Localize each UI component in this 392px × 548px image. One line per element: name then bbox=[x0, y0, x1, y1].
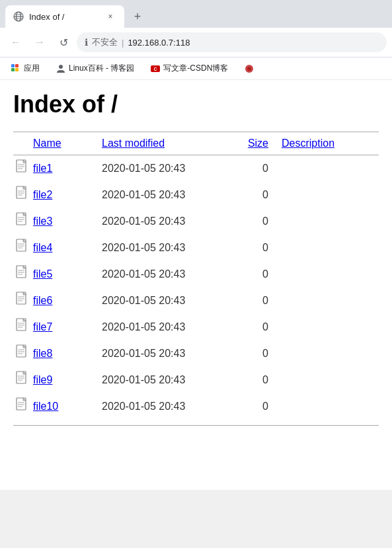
file-size-cell: 0 bbox=[231, 393, 271, 420]
file-description-cell bbox=[271, 155, 379, 182]
forward-button[interactable]: → bbox=[29, 32, 50, 53]
file-icon bbox=[16, 318, 29, 336]
file-link[interactable]: file1 bbox=[33, 163, 52, 175]
extra-icon bbox=[244, 63, 255, 74]
col-header-name[interactable]: Name bbox=[13, 132, 99, 155]
bookmark-extra[interactable] bbox=[239, 61, 260, 77]
file-size-cell: 0 bbox=[231, 288, 271, 314]
file-link[interactable]: file5 bbox=[33, 268, 52, 280]
url-display: 192.168.0.7:118 bbox=[128, 38, 190, 48]
file-name-cell: file9 bbox=[13, 367, 99, 393]
table-header-row: Name Last modified Size Description bbox=[13, 132, 379, 155]
file-modified-cell: 2020-01-05 20:43 bbox=[99, 208, 231, 235]
file-link[interactable]: file6 bbox=[33, 295, 52, 307]
file-modified-cell: 2020-01-05 20:43 bbox=[99, 235, 231, 261]
active-tab[interactable]: Index of / × bbox=[5, 5, 124, 28]
file-modified-cell: 2020-01-05 20:43 bbox=[99, 314, 231, 340]
bookmark-apps-label: 应用 bbox=[24, 63, 40, 74]
file-description-cell bbox=[271, 393, 379, 420]
file-link[interactable]: file8 bbox=[33, 348, 52, 360]
file-name-cell: file5 bbox=[13, 261, 99, 288]
file-name-cell: file3 bbox=[13, 208, 99, 235]
apps-grid-icon bbox=[11, 63, 21, 74]
browser-chrome: Index of / × + ← → ↺ ℹ 不安全 | 192.168.0.7… bbox=[0, 0, 392, 80]
bookmark-linux-label: Linux百科 - 博客园 bbox=[69, 63, 134, 74]
bookmark-csdn-label: 写文章-CSDN博客 bbox=[163, 63, 228, 74]
file-modified-cell: 2020-01-05 20:43 bbox=[99, 155, 231, 182]
file-icon bbox=[16, 159, 29, 178]
file-name-cell: file1 bbox=[13, 155, 99, 182]
bookmark-csdn[interactable]: C 写文章-CSDN博客 bbox=[145, 60, 233, 77]
file-modified-cell: 2020-01-05 20:43 bbox=[99, 182, 231, 208]
nav-bar: ← → ↺ ℹ 不安全 | 192.168.0.7:118 bbox=[0, 28, 392, 58]
col-header-modified[interactable]: Last modified bbox=[99, 132, 231, 155]
file-modified-cell: 2020-01-05 20:43 bbox=[99, 288, 231, 314]
svg-rect-7 bbox=[11, 68, 15, 71]
file-modified-cell: 2020-01-05 20:43 bbox=[99, 367, 231, 393]
table-row: file82020-01-05 20:430 bbox=[13, 340, 379, 367]
file-listing-table: Name Last modified Size Description file… bbox=[13, 132, 379, 420]
file-size-cell: 0 bbox=[231, 208, 271, 235]
reload-button[interactable]: ↺ bbox=[53, 32, 74, 53]
file-description-cell bbox=[271, 261, 379, 288]
svg-rect-5 bbox=[11, 64, 15, 67]
file-modified-cell: 2020-01-05 20:43 bbox=[99, 261, 231, 288]
file-size-cell: 0 bbox=[231, 367, 271, 393]
table-row: file12020-01-05 20:430 bbox=[13, 155, 379, 182]
file-icon bbox=[16, 397, 29, 416]
tab-title: Index of / bbox=[29, 12, 64, 22]
insecure-label: 不安全 bbox=[92, 36, 118, 48]
file-icon bbox=[16, 371, 29, 389]
file-link[interactable]: file10 bbox=[33, 401, 58, 412]
file-description-cell bbox=[271, 235, 379, 261]
file-link[interactable]: file7 bbox=[33, 321, 52, 333]
col-header-size[interactable]: Size bbox=[231, 132, 271, 155]
new-tab-button[interactable]: + bbox=[127, 6, 148, 27]
file-icon bbox=[16, 212, 29, 231]
file-link[interactable]: file3 bbox=[33, 215, 52, 227]
file-link[interactable]: file4 bbox=[33, 242, 52, 254]
bookmarks-bar: 应用 Linux百科 - 博客园 C 写文章-CSDN博客 bbox=[0, 58, 392, 80]
file-name-cell: file6 bbox=[13, 288, 99, 314]
file-icon bbox=[16, 344, 29, 363]
file-size-cell: 0 bbox=[231, 314, 271, 340]
back-button[interactable]: ← bbox=[5, 32, 26, 53]
bookmark-apps[interactable]: 应用 bbox=[5, 60, 45, 77]
file-name-cell: file8 bbox=[13, 340, 99, 367]
bookmark-linux[interactable]: Linux百科 - 博客园 bbox=[50, 60, 139, 77]
col-header-description[interactable]: Description bbox=[271, 132, 379, 155]
svg-point-13 bbox=[247, 67, 251, 71]
file-modified-cell: 2020-01-05 20:43 bbox=[99, 393, 231, 420]
table-row: file32020-01-05 20:430 bbox=[13, 208, 379, 235]
linux-person-icon bbox=[56, 63, 66, 74]
file-size-cell: 0 bbox=[231, 340, 271, 367]
address-bar[interactable]: ℹ 不安全 | 192.168.0.7:118 bbox=[77, 32, 387, 52]
file-size-cell: 0 bbox=[231, 182, 271, 208]
file-description-cell bbox=[271, 367, 379, 393]
file-description-cell bbox=[271, 288, 379, 314]
file-description-cell bbox=[271, 314, 379, 340]
page-content: Index of / Name Last modified Size Descr… bbox=[0, 80, 392, 490]
file-icon bbox=[16, 239, 29, 257]
table-row: file102020-01-05 20:430 bbox=[13, 393, 379, 420]
file-link[interactable]: file9 bbox=[33, 374, 52, 386]
file-size-cell: 0 bbox=[231, 235, 271, 261]
table-row: file42020-01-05 20:430 bbox=[13, 235, 379, 261]
file-name-cell: file10 bbox=[13, 393, 99, 420]
csdn-icon: C bbox=[150, 63, 161, 74]
table-row: file92020-01-05 20:430 bbox=[13, 367, 379, 393]
file-description-cell bbox=[271, 182, 379, 208]
file-icon bbox=[16, 186, 29, 204]
tab-favicon-icon bbox=[13, 11, 24, 22]
file-link[interactable]: file2 bbox=[33, 189, 52, 201]
table-bottom-rule bbox=[13, 425, 379, 426]
file-modified-cell: 2020-01-05 20:43 bbox=[99, 340, 231, 367]
tab-close-button[interactable]: × bbox=[104, 11, 116, 22]
table-row: file62020-01-05 20:430 bbox=[13, 288, 379, 314]
info-icon: ℹ bbox=[85, 37, 88, 48]
table-row: file52020-01-05 20:430 bbox=[13, 261, 379, 288]
page-title: Index of / bbox=[13, 91, 379, 118]
file-name-cell: file4 bbox=[13, 235, 99, 261]
file-name-cell: file2 bbox=[13, 182, 99, 208]
file-description-cell bbox=[271, 340, 379, 367]
